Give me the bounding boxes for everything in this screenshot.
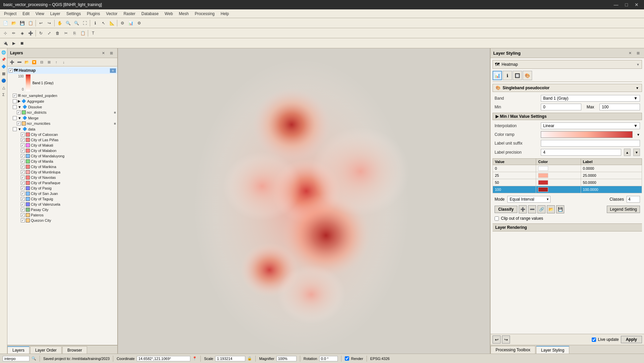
menu-help[interactable]: Help — [218, 11, 232, 17]
apply-btn[interactable]: Apply — [621, 336, 642, 343]
undo-style-btn[interactable]: ↩ — [493, 335, 501, 344]
left-tool-4[interactable]: ▦ — [0, 70, 7, 77]
mandaluyong-check[interactable] — [21, 154, 25, 158]
zoom-out-btn[interactable]: 🔍 — [72, 19, 80, 27]
class-row-25[interactable]: 25 25.0000 — [493, 172, 642, 179]
minimize-btn[interactable]: — — [612, 2, 621, 7]
style-layer-selector[interactable]: 🗺 Heatmap ▼ — [493, 60, 642, 69]
heatmap-layer-item[interactable]: 🗺 Heatmap ≡ — [7, 67, 117, 74]
pan-btn[interactable]: ✋ — [56, 19, 64, 27]
layer-aggregate-group[interactable]: ▶ 🔷 Aggregate — [7, 98, 117, 104]
layer-pateros[interactable]: Pateros — [7, 212, 117, 218]
identify-btn[interactable]: ℹ — [91, 19, 99, 27]
maximize-btn[interactable]: □ — [623, 2, 630, 7]
navotas-check[interactable] — [21, 175, 25, 179]
paste-btn[interactable]: 📋 — [79, 29, 87, 37]
taguig-check[interactable] — [21, 197, 25, 201]
layer-caloocan[interactable]: City of Caloocan — [7, 132, 117, 137]
ncr-sampled-check[interactable] — [13, 94, 17, 98]
pasig-check[interactable] — [21, 186, 25, 190]
close-btn[interactable]: ✕ — [633, 2, 641, 7]
left-tool-1[interactable]: 🌐 — [0, 49, 7, 56]
layer-props-btn[interactable]: ⚙ — [118, 19, 126, 27]
valenzuela-check[interactable] — [21, 202, 25, 206]
menu-plugins[interactable]: Plugins — [84, 11, 103, 17]
plugin-btn3[interactable]: ⏹ — [18, 39, 26, 47]
precision-down-btn[interactable]: ▼ — [633, 149, 640, 156]
digitize-btn[interactable]: ✏ — [10, 29, 18, 37]
style-tab-mask[interactable]: 🔲 — [513, 71, 522, 80]
styling-close-btn[interactable]: ✕ — [627, 50, 633, 56]
plugin-btn1[interactable]: 🔌 — [1, 39, 9, 47]
max-input[interactable] — [599, 104, 640, 110]
layer-ncr-municities[interactable]: ncr_municities ≡ — [7, 121, 117, 126]
map-area[interactable] — [118, 48, 490, 354]
heatmap-checkbox[interactable] — [9, 68, 13, 72]
label-unit-input[interactable] — [541, 140, 640, 147]
load-classes-btn[interactable]: 📂 — [547, 205, 555, 213]
zoom-in-btn[interactable]: 🔍 — [64, 19, 72, 27]
left-tool-2[interactable]: 📌 — [0, 56, 7, 63]
heatmap-filter-btn[interactable]: ≡ — [110, 68, 116, 73]
menu-processing[interactable]: Processing — [192, 11, 217, 17]
layer-navotas[interactable]: City of Navotas — [7, 175, 117, 180]
quezon-check[interactable] — [21, 218, 25, 222]
layer-up-btn[interactable]: ↑ — [53, 59, 60, 65]
renderer-selector[interactable]: 🎨 Singleband pseudocolor ▼ — [493, 84, 642, 92]
class-color-100[interactable] — [536, 186, 581, 193]
open-project-btn[interactable]: 📂 — [10, 19, 18, 27]
copy-btn[interactable]: ⎘ — [70, 29, 78, 37]
style-tab-histogram[interactable]: 📊 — [493, 71, 502, 80]
scale-input[interactable] — [215, 356, 245, 361]
save-classes-btn[interactable]: 💾 — [556, 205, 564, 213]
ncr-districts-check[interactable] — [17, 110, 21, 114]
band-selector[interactable]: Band 1 (Gray) ▼ — [541, 95, 640, 102]
tab-processing-toolbox[interactable]: Processing Toolbox — [491, 346, 535, 354]
min-max-section-header[interactable]: ▶ Min / Max Value Settings — [493, 113, 642, 120]
san-juan-check[interactable] — [21, 192, 25, 196]
coordinate-input[interactable] — [137, 356, 190, 361]
layer-mandaluyong[interactable]: City of Mandaluyong — [7, 153, 117, 159]
marikina-check[interactable] — [21, 165, 25, 169]
layer-malabon[interactable]: City of Malabon — [7, 148, 117, 153]
layer-san-juan[interactable]: City of San Juan — [7, 191, 117, 196]
classify-btn[interactable]: Classify — [495, 206, 517, 213]
filter-layer-btn[interactable]: 🔽 — [31, 59, 38, 65]
remove-class-btn[interactable]: ➖ — [528, 205, 536, 213]
zoom-full-btn[interactable]: ⛶ — [81, 19, 89, 27]
layer-las-pinas[interactable]: City of Las Piñas — [7, 137, 117, 143]
label-precision-input[interactable] — [541, 149, 621, 156]
render-checkbox[interactable] — [345, 356, 349, 361]
mode-select[interactable]: Equal Interval Quantile Standard Deviati… — [507, 196, 551, 203]
select-btn[interactable]: ↖ — [100, 19, 108, 27]
layer-paranaque[interactable]: City of Parañaque — [7, 180, 117, 186]
layer-pasig[interactable]: City of Pasig — [7, 186, 117, 191]
snap-btn[interactable]: ⊹ — [1, 29, 9, 37]
color-ramp-arrow[interactable]: ▼ — [637, 133, 640, 137]
style-tab-info[interactable]: ℹ — [503, 71, 512, 80]
add-class-btn[interactable]: ➕ — [519, 205, 527, 213]
plugin-btn2[interactable]: ▶ — [10, 39, 18, 47]
layer-rendering-header[interactable]: Layer Rendering — [493, 223, 642, 231]
left-tool-3[interactable]: 🔷 — [0, 63, 7, 70]
legend-setting-btn[interactable]: Legend Setting — [607, 206, 640, 213]
classes-input[interactable] — [627, 196, 640, 203]
remove-layer-btn[interactable]: ➖ — [16, 59, 23, 65]
menu-raster[interactable]: Raster — [121, 11, 138, 17]
layer-marikina[interactable]: City of Marikina — [7, 164, 117, 169]
layer-pasay[interactable]: Pasay City — [7, 207, 117, 212]
precision-up-btn[interactable]: ▲ — [624, 149, 631, 156]
label-tool-btn[interactable]: T — [89, 29, 97, 37]
malabon-check[interactable] — [21, 149, 25, 153]
layer-taguig[interactable]: City of Taguig — [7, 196, 117, 202]
cut-btn[interactable]: ✂ — [62, 29, 70, 37]
paranaque-check[interactable] — [21, 181, 25, 185]
layer-manila[interactable]: City of Manila — [7, 159, 117, 164]
save-as-btn[interactable]: 📋 — [26, 19, 35, 27]
save-project-btn[interactable]: 💾 — [18, 19, 26, 27]
add-feature-btn[interactable]: ➕ — [26, 29, 35, 37]
redo-btn[interactable]: ↪ — [45, 19, 53, 27]
layer-makati[interactable]: City of Makati — [7, 143, 117, 148]
tab-browser[interactable]: Browser — [62, 346, 87, 354]
redo-style-btn[interactable]: ↪ — [502, 335, 510, 344]
